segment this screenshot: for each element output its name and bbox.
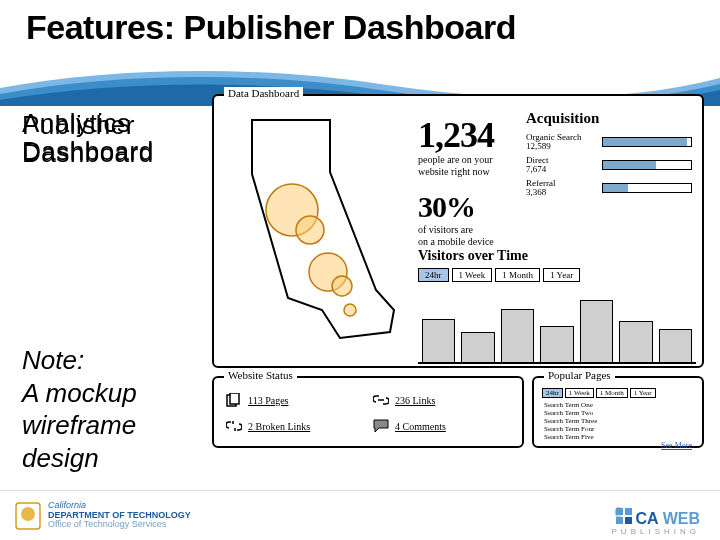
acq-value: 7,674 (526, 164, 546, 174)
panel-popular-pages: Popular Pages 24hr 1 Week 1 Month 1 Year… (532, 376, 704, 448)
overlapping-caption: Analytics Dashboard Publisher Dashboard (22, 108, 202, 178)
panel-label: Website Status (224, 369, 297, 381)
panel-label: Data Dashboard (224, 87, 303, 99)
acq-bar (603, 161, 656, 169)
pages-icon (226, 393, 242, 407)
note-text: Note: A mockup wireframe design (22, 344, 202, 474)
tab-24hr[interactable]: 24hr (418, 268, 449, 282)
footer: California DEPARTMENT OF TECHNOLOGY Offi… (0, 490, 720, 540)
chart-bar (580, 300, 613, 362)
pop-tab-1month[interactable]: 1 Month (596, 388, 628, 398)
state-seal-icon (14, 501, 42, 531)
caption-dashboard-b: Dashboard (22, 138, 154, 169)
acq-bar (603, 138, 687, 146)
list-item: Search Term Four (544, 425, 692, 433)
footer-office: Office of Technology Services (48, 520, 191, 529)
caption-publisher: Publisher (22, 110, 135, 141)
comment-icon (373, 419, 389, 433)
status-label: 2 Broken Links (248, 421, 310, 432)
chart-bar (501, 309, 534, 362)
chart-bar (461, 332, 494, 362)
chart-bar (659, 329, 692, 362)
brand-ca: CA (636, 510, 659, 528)
visitors-bar-chart (418, 288, 696, 364)
footer-left-logo: California DEPARTMENT OF TECHNOLOGY Offi… (14, 501, 191, 531)
panel-data-dashboard: Data Dashboard 1,234 people are on your … (212, 94, 704, 368)
time-tabs: 24hr 1 Week 1 Month 1 Year (418, 268, 696, 282)
list-item: Search Term One (544, 401, 692, 409)
acquisition-block: Acquisition Organic Search12,589 Direct7… (526, 110, 692, 202)
mobile-pct-sub: of visitors are on a mobile device (418, 224, 494, 248)
pop-tab-24hr[interactable]: 24hr (542, 388, 563, 398)
realtime-sub: people are on your website right now (418, 154, 493, 178)
brand-squares-icon (616, 508, 632, 524)
brand-web: WEB (663, 510, 700, 528)
page-title: Features: Publisher Dashboard (26, 8, 516, 47)
acq-bar (603, 184, 628, 192)
svg-point-4 (344, 304, 356, 316)
list-item: Search Term Three (544, 417, 692, 425)
california-map (222, 110, 406, 356)
acq-row: Organic Search12,589 (526, 133, 692, 152)
mobile-pct: 30% (418, 190, 475, 224)
acquisition-header: Acquisition (526, 110, 692, 127)
chart-bar (422, 319, 455, 362)
svg-rect-9 (616, 508, 623, 515)
status-label: 113 Pages (248, 395, 288, 406)
status-pages[interactable]: 113 Pages (226, 390, 363, 410)
svg-rect-11 (616, 517, 623, 524)
status-links[interactable]: 236 Links (373, 390, 510, 410)
realtime-count: 1,234 (418, 114, 494, 156)
broken-icon (226, 419, 242, 433)
visitors-header: Visitors over Time (418, 248, 696, 264)
status-label: 236 Links (395, 395, 435, 406)
list-item: Search Term Two (544, 409, 692, 417)
visitors-over-time: Visitors over Time 24hr 1 Week 1 Month 1… (418, 248, 696, 364)
pop-tab-1week[interactable]: 1 Week (565, 388, 594, 398)
tab-1year[interactable]: 1 Year (543, 268, 580, 282)
status-broken-links[interactable]: 2 Broken Links (226, 416, 363, 436)
status-label: 4 Comments (395, 421, 446, 432)
svg-rect-10 (625, 508, 632, 515)
panel-website-status: Website Status 113 Pages 236 Links 2 Bro… (212, 376, 524, 448)
svg-rect-6 (230, 393, 239, 404)
status-comments[interactable]: 4 Comments (373, 416, 510, 436)
acq-row: Referral3,368 (526, 179, 692, 198)
svg-point-3 (332, 276, 352, 296)
dashboard-mockup: Data Dashboard 1,234 people are on your … (212, 94, 704, 448)
acq-value: 3,368 (526, 187, 546, 197)
list-item: Search Term Five (544, 433, 692, 441)
chart-bar (540, 326, 573, 362)
panel-label: Popular Pages (544, 369, 615, 381)
svg-point-8 (21, 507, 35, 521)
chart-bar (619, 321, 652, 362)
see-more-link[interactable]: See More (544, 441, 692, 450)
brand-publishing: PUBLISHING (612, 527, 700, 536)
svg-point-1 (296, 216, 324, 244)
links-icon (373, 393, 389, 407)
tab-1week[interactable]: 1 Week (452, 268, 493, 282)
pop-tab-1year[interactable]: 1 Year (630, 388, 656, 398)
popular-terms-list: Search Term One Search Term Two Search T… (544, 401, 692, 441)
footer-brand: CAWEB (616, 508, 700, 528)
tab-1month[interactable]: 1 Month (495, 268, 540, 282)
acq-value: 12,589 (526, 141, 551, 151)
acq-row: Direct7,674 (526, 156, 692, 175)
svg-rect-12 (625, 517, 632, 524)
